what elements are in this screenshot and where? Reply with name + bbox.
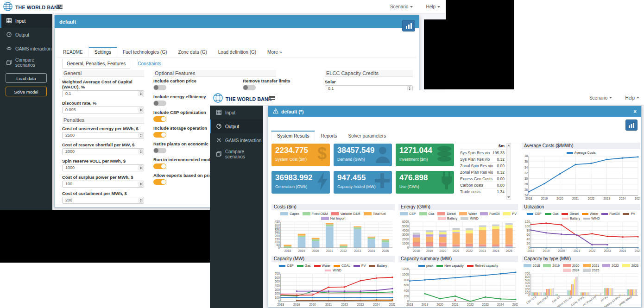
- number-input[interactable]: 100: [62, 181, 144, 188]
- scenario-menu[interactable]: Scenario: [390, 4, 413, 9]
- tab-zone-data-g-[interactable]: Zone data (G): [173, 47, 213, 57]
- number-input[interactable]: 1000: [62, 164, 144, 171]
- number-input[interactable]: 2500: [62, 132, 144, 139]
- sidebar-item-compare-scenarios[interactable]: Compare scenarios: [210, 147, 263, 161]
- subtab-general-penalties-features[interactable]: General, Penalties, Features: [62, 59, 130, 69]
- sidebar-toggle-icon[interactable]: [57, 5, 63, 9]
- spin-down-icon[interactable]: [140, 152, 142, 153]
- coins-icon: [436, 145, 453, 165]
- svg-text:2022: 2022: [588, 197, 595, 200]
- spinner-icon[interactable]: [139, 107, 143, 113]
- close-icon[interactable]: ×: [633, 108, 637, 115]
- sidebar-item-output[interactable]: Output: [210, 119, 263, 133]
- help-menu[interactable]: Help: [426, 4, 440, 9]
- spinner-icon[interactable]: [139, 198, 143, 203]
- legend-swatch: [418, 265, 425, 267]
- spin-up-icon[interactable]: [140, 166, 142, 168]
- output-modal-header: default (*) ×: [268, 106, 641, 117]
- table-row: Zonal Plan Res vio0.32: [459, 169, 511, 175]
- spin-up-icon[interactable]: [140, 108, 142, 110]
- spin-down-icon[interactable]: [140, 110, 142, 112]
- svg-text:2018: 2018: [528, 249, 535, 252]
- tab-load-definition-g-[interactable]: Load definition (G): [213, 47, 262, 57]
- toggle-switch[interactable]: [153, 116, 166, 122]
- chart-plot: 0204060801001202018201920202021202220232…: [522, 220, 640, 253]
- scroll-up-icon[interactable]: [507, 145, 510, 146]
- sidebar-item-input[interactable]: Input: [210, 106, 263, 119]
- spin-down-icon[interactable]: [140, 201, 142, 202]
- tab-settings[interactable]: Settings: [88, 47, 117, 57]
- spin-up-icon[interactable]: [140, 134, 142, 135]
- win2-sidebar: InputOutputGAMS interactionCompare scena…: [210, 106, 263, 308]
- chart-button[interactable]: [625, 119, 638, 131]
- spin-up-icon[interactable]: [140, 150, 142, 151]
- general-penalties-column: GeneralWeighted Average Cost of Capital …: [62, 70, 144, 207]
- spinner-icon[interactable]: [139, 149, 143, 154]
- table-row: Carbon costs0.00: [459, 182, 511, 188]
- spin-up-icon[interactable]: [140, 182, 142, 184]
- spin-down-icon[interactable]: [140, 184, 142, 186]
- chart-capacity-by-type: Capacity by type (MW)2018201920202021202…: [522, 256, 640, 307]
- legend-label: Battery: [377, 264, 387, 268]
- toggle-switch[interactable]: [153, 163, 166, 169]
- number-input[interactable]: 2000: [62, 148, 144, 155]
- chart-button[interactable]: [402, 20, 415, 31]
- svg-text:20: 20: [527, 242, 530, 245]
- svg-text:50: 50: [277, 243, 280, 246]
- spin-down-icon[interactable]: [140, 136, 142, 137]
- scroll-down-icon[interactable]: [507, 196, 510, 198]
- tab-fuel-technologies-g-[interactable]: Fuel technologies (G): [117, 47, 173, 57]
- scrollbar[interactable]: [506, 143, 511, 200]
- field-value: 2000: [65, 149, 75, 154]
- sidebar-item-compare-scenarios[interactable]: Compare scenarios: [0, 56, 52, 69]
- help-menu[interactable]: Help: [625, 95, 639, 101]
- sidebar-toggle-icon[interactable]: [269, 96, 275, 100]
- tab-system-results[interactable]: System Results: [271, 131, 315, 141]
- row-label: Zonal Plan Res vio: [460, 170, 497, 175]
- scenario-menu[interactable]: Scenario: [589, 95, 612, 101]
- subtab-constraints[interactable]: Constraints: [138, 61, 161, 66]
- toggle-switch[interactable]: [153, 179, 166, 185]
- legend-label: COAL: [341, 264, 350, 268]
- tab-more-[interactable]: More »: [262, 47, 287, 57]
- tab-reports[interactable]: Reports: [315, 131, 342, 141]
- sidebar-item-gams-interaction[interactable]: GAMS interaction: [210, 133, 263, 147]
- svg-text:200: 200: [275, 234, 280, 238]
- form-field: Weighted Average Cost of Capital (WACC),…: [62, 79, 144, 97]
- legend-swatch: [562, 213, 568, 215]
- warning-icon: [273, 108, 278, 114]
- toggle-switch[interactable]: [153, 132, 166, 138]
- chart-costs: Costs ($m)CapexFixed O&MVariable O&MTota…: [271, 204, 395, 253]
- sidebar-item-gams-interaction[interactable]: GAMS interaction: [0, 42, 52, 56]
- number-input[interactable]: 0.095: [62, 107, 144, 113]
- spinner-icon[interactable]: [139, 91, 143, 96]
- number-input[interactable]: 200: [62, 197, 144, 204]
- spin-up-icon[interactable]: [409, 87, 410, 88]
- solve-button[interactable]: Solve model: [6, 87, 47, 96]
- spin-down-icon[interactable]: [140, 94, 142, 95]
- load-button[interactable]: Load data: [6, 73, 47, 83]
- spin-up-icon[interactable]: [140, 199, 142, 200]
- spinner-icon[interactable]: [139, 133, 143, 138]
- number-input[interactable]: 0.1: [62, 90, 144, 97]
- form-field: Spin reserve vOLL per MWh, $1000: [62, 158, 144, 171]
- spin-up-icon[interactable]: [140, 92, 142, 94]
- legend-item: Gas: [297, 264, 311, 268]
- sidebar-item-input[interactable]: Input: [0, 14, 52, 28]
- legend-swatch: [461, 217, 468, 220]
- legend-label: CSP: [535, 212, 541, 216]
- tab-solver-parameters[interactable]: Solver parameters: [342, 131, 391, 141]
- legend-item: Average Costs: [567, 151, 596, 155]
- tab-readme[interactable]: README: [57, 47, 88, 57]
- toggle-switch[interactable]: [243, 85, 256, 90]
- sidebar-item-output[interactable]: Output: [0, 28, 52, 42]
- legend-item: peak: [418, 264, 433, 268]
- chart-title: Average Costs ($/MWh): [522, 143, 640, 149]
- toggle-switch[interactable]: [153, 101, 166, 106]
- spinner-icon[interactable]: [139, 182, 143, 187]
- toggle-switch[interactable]: [153, 148, 166, 153]
- spin-down-icon[interactable]: [140, 168, 142, 170]
- toggle-switch[interactable]: [153, 85, 166, 90]
- bolt-icon: [316, 172, 328, 192]
- spinner-icon[interactable]: [139, 165, 143, 170]
